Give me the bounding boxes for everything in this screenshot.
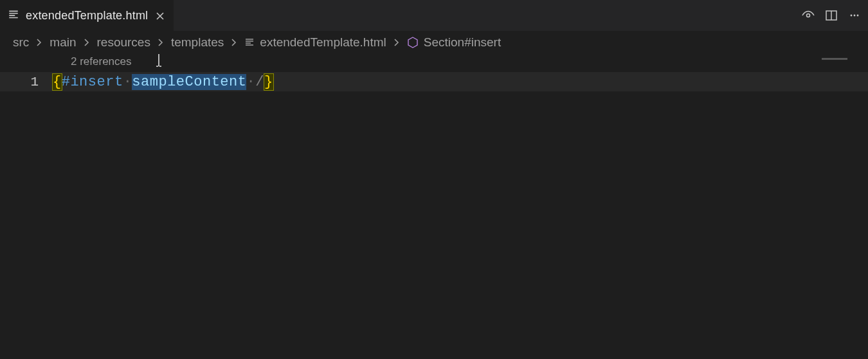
tab-actions	[801, 0, 868, 31]
breadcrumb-seg-symbol[interactable]: Section#insert	[407, 35, 501, 50]
breadcrumb-seg-symbol-label: Section#insert	[424, 35, 501, 50]
close-icon[interactable]	[154, 10, 166, 22]
file-icon	[8, 9, 19, 23]
svg-point-5	[857, 15, 859, 17]
breadcrumb-seg-resources[interactable]: resources	[97, 35, 150, 50]
svg-point-3	[851, 15, 853, 17]
code-content[interactable]: {#insert·sam pleContent·/}	[53, 58, 273, 106]
token-directive: #insert	[62, 74, 123, 90]
token-slash: /	[255, 74, 264, 90]
code-line-1[interactable]: 1 {#insert·sam pleContent·/}	[0, 72, 868, 91]
more-icon[interactable]	[847, 8, 862, 23]
tab-label: extendedTemplate.html	[26, 9, 148, 23]
minimap-line	[822, 58, 847, 60]
breadcrumb-seg-file[interactable]: extendedTemplate.html	[244, 35, 386, 50]
breadcrumb-seg-src[interactable]: src	[13, 35, 29, 50]
breadcrumb-seg-templates[interactable]: templates	[171, 35, 224, 50]
token-identifier-part1: sam	[132, 74, 158, 90]
token-space-dot2: ·	[246, 74, 255, 90]
file-icon	[244, 37, 255, 48]
breadcrumb: src main resources templates extendedTem…	[0, 31, 868, 54]
chevron-right-icon	[153, 35, 168, 50]
tab-extended-template[interactable]: extendedTemplate.html	[0, 0, 174, 31]
minimap[interactable]	[822, 54, 860, 67]
split-editor-icon[interactable]	[824, 8, 838, 23]
chevron-right-icon	[226, 35, 242, 50]
chevron-right-icon	[389, 35, 404, 50]
token-open-brace: {	[53, 74, 62, 90]
token-close-brace: }	[264, 74, 273, 90]
symbol-icon	[407, 37, 419, 48]
preview-icon[interactable]	[801, 8, 815, 23]
svg-point-4	[854, 15, 856, 17]
svg-point-0	[807, 14, 810, 17]
editor-area[interactable]: 2 references 1 {#insert·sam pleContent·/…	[0, 54, 868, 359]
tab-strip: extendedTemplate.html	[0, 0, 868, 31]
breadcrumb-seg-file-label: extendedTemplate.html	[260, 35, 386, 50]
line-number: 1	[0, 75, 53, 89]
breadcrumb-seg-main[interactable]: main	[50, 35, 76, 50]
chevron-right-icon	[79, 35, 95, 50]
chevron-right-icon	[32, 35, 47, 50]
token-space-dot: ·	[123, 74, 132, 90]
